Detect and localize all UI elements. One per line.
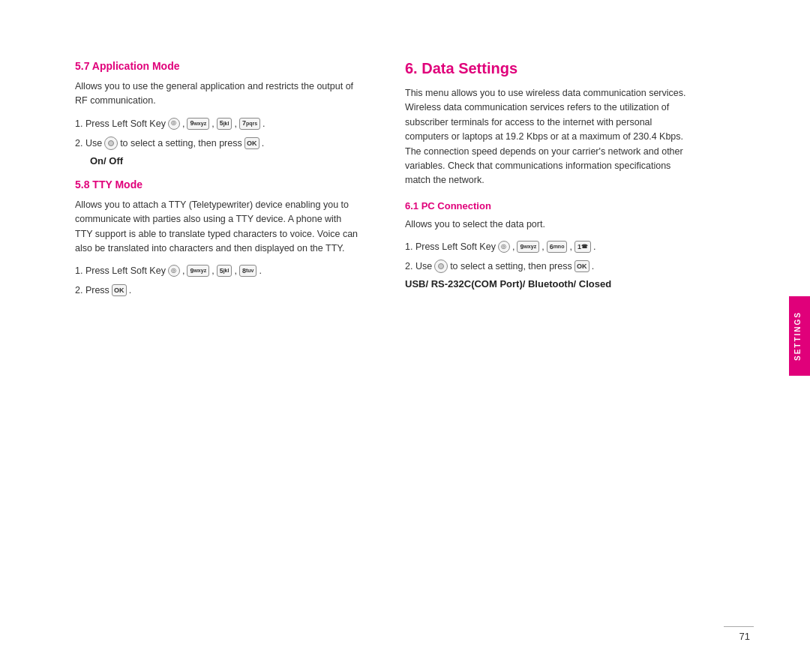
section-61-step2: 2. Use to select a setting, then press O…: [405, 259, 690, 274]
section-58-step2: 2. Press OK .: [75, 283, 360, 298]
sidebar: SETTINGS: [783, 0, 810, 672]
left-column: 5.7 Application Mode Allows you to use t…: [75, 60, 360, 627]
soft-key-icon-1: ◎: [168, 118, 180, 130]
ok-key-3: OK: [574, 260, 590, 272]
section-61-step1: 1. Press Left Soft Key ◎ , 9wxyz , 6mno …: [405, 239, 690, 254]
soft-key-icon-3: ◎: [498, 241, 510, 253]
page-container: 5.7 Application Mode Allows you to use t…: [0, 0, 810, 672]
key-9wxyz-3: 9wxyz: [517, 241, 539, 253]
sidebar-tab: SETTINGS: [789, 296, 810, 376]
key-8tuv: 8tuv: [239, 265, 257, 277]
key-7pqrs: 7pqrs: [239, 118, 260, 130]
content-area: 5.7 Application Mode Allows you to use t…: [0, 0, 783, 672]
page-divider: [724, 626, 754, 627]
key-5jkl: 5jkl: [217, 118, 232, 130]
section-61-body: Allows you to select the data port.: [405, 218, 690, 232]
section-58-body: Allows you to attach a TTY (Teletypewrit…: [75, 198, 360, 256]
section-61: 6.1 PC Connection Allows you to select t…: [405, 200, 690, 290]
section-57-options: On/ Off: [90, 155, 360, 166]
soft-key-icon-2: ◎: [168, 265, 180, 277]
key-5jkl-2: 5jkl: [217, 265, 232, 277]
section-6-body: This menu allows you to use wireless dat…: [405, 86, 690, 188]
nav-key-icon-1: [104, 136, 118, 150]
section-61-options: USB/ RS-232C(COM Port)/ Bluetooth/ Close…: [405, 278, 690, 290]
section-58-step1: 1. Press Left Soft Key ◎ , 9wxyz , 5jkl …: [75, 263, 360, 278]
section-61-title: 6.1 PC Connection: [405, 200, 690, 212]
step1-prefix: 1. Press Left Soft Key: [75, 116, 166, 131]
section-6: 6. Data Settings This menu allows you to…: [405, 60, 690, 188]
section-57-step1: 1. Press Left Soft Key ◎ , 9wxyz , 5jkl …: [75, 116, 360, 131]
section-57-body: Allows you to use the general applicatio…: [75, 80, 360, 109]
section-57-step2: 2. Use to select a setting, then press O…: [75, 136, 360, 151]
section-58: 5.8 TTY Mode Allows you to attach a TTY …: [75, 178, 360, 298]
right-column: 6. Data Settings This menu allows you to…: [390, 60, 690, 627]
section-57-title: 5.7 Application Mode: [75, 60, 360, 72]
section-57: 5.7 Application Mode Allows you to use t…: [75, 60, 360, 166]
key-6mno: 6mno: [547, 241, 568, 253]
key-9wxyz-2: 9wxyz: [187, 265, 209, 277]
section-58-title: 5.8 TTY Mode: [75, 178, 360, 190]
nav-key-icon-2: [434, 260, 448, 273]
ok-key-2: OK: [112, 284, 127, 296]
key-9wxyz: 9wxyz: [187, 118, 209, 130]
key-1: 1☎: [574, 241, 591, 253]
ok-key-1: OK: [244, 137, 260, 149]
page-number: 71: [740, 631, 750, 642]
section-6-title: 6. Data Settings: [405, 60, 690, 77]
